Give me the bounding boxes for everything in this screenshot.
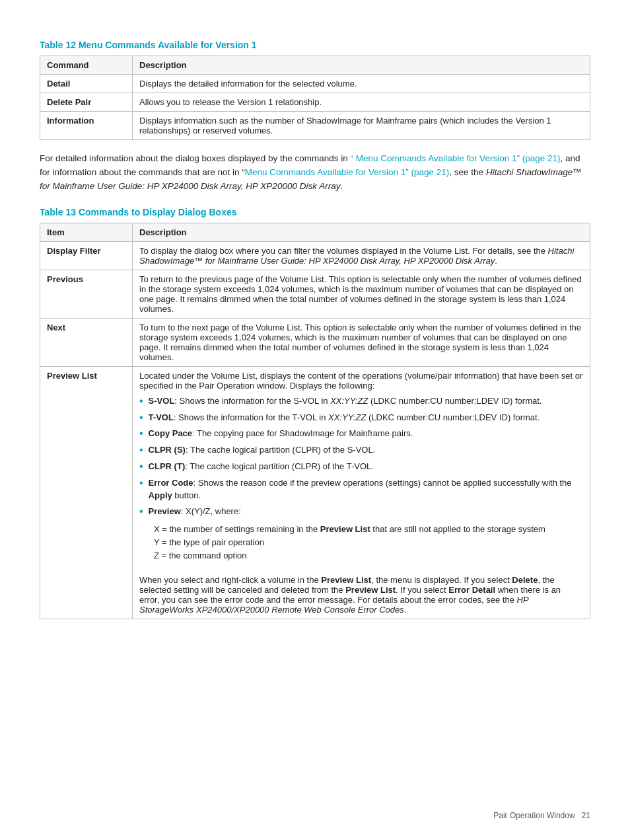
table12: Command Description Detail Displays the …	[40, 56, 590, 140]
table12-row1-command: Detail	[40, 75, 133, 93]
table-row: Delete Pair Allows you to release the Ve…	[40, 93, 590, 112]
list-item: CLPR (S): The cache logical partition (C…	[139, 443, 583, 457]
table13-row2-item: Previous	[40, 270, 133, 318]
table13-row4-item: Preview List	[40, 366, 133, 619]
table13-row3-item: Next	[40, 318, 133, 366]
list-item: CLPR (T): The cache logical partition (C…	[139, 460, 583, 474]
table12-row2-desc: Allows you to release the Version 1 rela…	[133, 93, 590, 112]
table13-col-description: Description	[133, 223, 590, 241]
table-row: Next To turn to the next page of the Vol…	[40, 318, 590, 366]
table12-row3-command: Information	[40, 112, 133, 140]
table13-row4-desc: Located under the Volume List, displays …	[133, 366, 590, 619]
list-item: Error Code: Shows the reason code if the…	[139, 477, 583, 502]
prose-paragraph: For detailed information about the dialo…	[40, 152, 590, 194]
table13-title: Table 13 Commands to Display Dialog Boxe…	[40, 207, 590, 217]
link-menu-commands-2[interactable]: Menu Commands Available for Version 1” (…	[245, 167, 450, 177]
table12-row2-command: Delete Pair	[40, 93, 133, 112]
table13: Item Description Display Filter To displ…	[40, 223, 590, 619]
table-row: Information Displays information such as…	[40, 112, 590, 140]
table-row: Display Filter To display the dialog box…	[40, 241, 590, 270]
table12-row1-desc: Displays the detailed information for th…	[133, 75, 590, 93]
preview-list-bullets: S-VOL: Shows the information for the S-V…	[139, 395, 583, 519]
table-row: Detail Displays the detailed information…	[40, 75, 590, 93]
table13-col-item: Item	[40, 223, 133, 241]
table12-title: Table 12 Menu Commands Available for Ver…	[40, 40, 590, 50]
indent-block: X = the number of settings remaining in …	[154, 523, 583, 562]
list-item: Preview: X(Y)/Z, where:	[139, 505, 583, 519]
table-row: Preview List Located under the Volume Li…	[40, 366, 590, 619]
table13-row2-desc: To return to the previous page of the Vo…	[133, 270, 590, 318]
table13-row3-desc: To turn to the next page of the Volume L…	[133, 318, 590, 366]
table12-row3-desc: Displays information such as the number …	[133, 112, 590, 140]
list-item: T-VOL: Shows the information for the T-V…	[139, 411, 583, 425]
table12-col-command: Command	[40, 56, 133, 75]
list-item: Copy Pace: The copying pace for ShadowIm…	[139, 427, 583, 441]
link-menu-commands-1[interactable]: “ Menu Commands Available for Version 1”…	[351, 153, 561, 163]
table-row: Previous To return to the previous page …	[40, 270, 590, 318]
table13-row1-desc: To display the dialog box where you can …	[133, 241, 590, 270]
list-item: S-VOL: Shows the information for the S-V…	[139, 395, 583, 408]
table12-col-description: Description	[133, 56, 590, 75]
table13-row1-item: Display Filter	[40, 241, 133, 270]
